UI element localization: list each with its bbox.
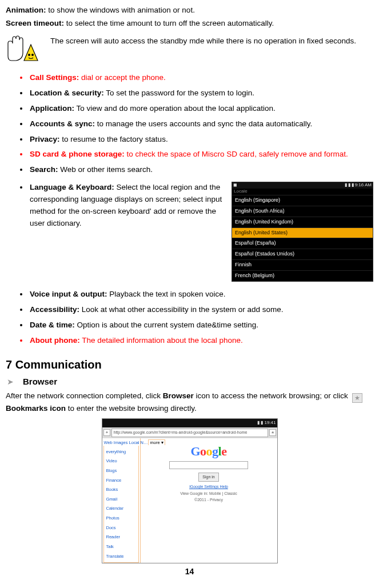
browser-status-time: 19:41 [264,419,276,426]
locale-option[interactable]: Finnish [232,260,373,271]
locale-option[interactable]: Español (España) [232,238,373,249]
browser-screenshot: ▮ ▮ 19:41 ✦ http://www.google.com/m?clie… [102,418,278,563]
browser-statusbar: ▮ ▮ 19:41 [102,419,277,427]
item-text: To set the password for the system to lo… [104,89,254,97]
locale-option[interactable]: English (South Africa) [232,206,373,217]
browser-para-pre: After the network connection completed, … [6,391,163,400]
list-item: Voice input & output: Playback the text … [29,289,373,301]
google-mobile-line: View Google in: Mobile | Classic [180,491,237,497]
google-logo: Google [190,445,226,458]
locale-screenshot: ◼ ▮ ▮ ▮ 9:16 AM Locale English (Singapor… [232,182,373,282]
list-item: Application: To view and do more operati… [29,103,373,115]
item-text: Playback the text in spoken voice. [107,290,225,298]
browser-menu-item[interactable]: Reader [104,533,138,542]
browser-menu-item[interactable]: Gmail [104,494,138,504]
locale-option[interactable]: English (United Kingdom) [232,217,373,228]
language-keyboard-row: Language & Keyboard: Select the local re… [6,182,373,282]
item-text: Look at what other accessibility in the … [79,305,283,314]
bookmarks-icon-label: Bookmarks icon [6,404,66,413]
wifi-icon: ▮ [348,183,350,188]
locale-option[interactable]: Español (Estados Unidos) [232,249,373,260]
item-text: dial or accept the phone. [79,73,166,82]
signal-icon: ▮ [257,419,260,426]
browser-menu-item[interactable]: Blogs [104,466,138,475]
item-label: Accounts & sync: [30,119,95,128]
item-label: Location & security: [30,89,104,97]
item-label: Privacy: [30,135,60,143]
browser-menu-item[interactable]: Calendar [104,504,138,514]
svg-point-0 [28,54,30,56]
item-label: Call Settings: [30,73,79,82]
list-item: Privacy: to resume to the factory status… [29,134,373,146]
standby-note: The screen will auto access the standby … [6,35,373,64]
item-label: SD card & phone storage: [30,150,125,158]
item-text: The detailed information about the local… [80,336,243,345]
browser-paragraph: After the network connection completed, … [6,390,373,415]
signin-button[interactable]: Sign in [198,473,218,482]
list-item: Date & time: Option is about the current… [29,319,373,331]
status-left-icon: ◼ [233,183,237,188]
browser-menu-item[interactable]: Video [104,457,138,466]
language-keyboard-label: Language & Keyboard: [30,183,114,191]
locale-option[interactable]: English (United States) [232,228,373,239]
bookmarks-button-icon[interactable]: ★ [269,429,276,436]
browser-subheading-row: ➤ Browser [6,375,373,389]
google-copyright: ©2011 - Privacy [194,497,223,503]
tabs-pre[interactable]: Web Images Local N… [104,440,148,445]
google-search-input[interactable] [169,461,248,469]
browser-side-menu: Web Images Local N…more ▾ everythingVide… [102,438,141,563]
bookmarks-icon: ★ [352,393,362,403]
browser-para-post: to enter the website browsing directly. [66,404,197,413]
browser-menu-item[interactable]: Books [104,485,138,495]
settings-list-2: Voice input & output: Playback the text … [6,289,373,347]
arrow-bullet-icon: ➤ [7,376,14,389]
locale-option[interactable]: English (Singapore) [232,195,373,206]
browser-url-field[interactable]: http://www.google.com/m?client=ms-androi… [111,429,268,437]
favicon-icon: ✦ [103,429,110,436]
screen-timeout-label: Screen timeout: [6,19,64,27]
browser-url-row: ✦ http://www.google.com/m?client=ms-andr… [102,427,277,438]
google-links[interactable]: iGoogle Settings Help [189,484,228,490]
page-number: 14 [6,566,373,578]
screen-timeout-text: to select the time amount to turn off th… [64,19,274,27]
browser-main: Google Sign in iGoogle Settings Help Vie… [141,438,277,563]
warning-hand-icon [6,35,39,64]
item-text: to resume to the factory status. [60,135,168,143]
browser-menu-item[interactable]: Photos [104,514,138,523]
item-text: To view and do more operation about the … [74,104,276,113]
communication-heading: 7 Communication [6,356,373,374]
language-keyboard-item: Language & Keyboard: Select the local re… [29,182,226,230]
locale-statusbar: ◼ ▮ ▮ ▮ 9:16 AM [232,182,373,189]
item-text: to check the space of Miscro SD card, sa… [125,150,348,158]
item-text: Web or other items search. [58,165,153,174]
locale-header: Locale [232,189,373,195]
browser-menu-item[interactable]: Talk [104,542,138,551]
browser-menu-item[interactable]: everything [104,447,138,457]
list-item: About phone: The detailed information ab… [29,335,373,347]
item-label: Search: [30,165,58,174]
browser-tabs: Web Images Local N…more ▾ [102,438,140,446]
animation-text: to show the windows with animation or no… [46,6,195,14]
screen-timeout-line: Screen timeout: to select the time amoun… [6,18,373,30]
status-time: 9:16 AM [355,183,372,188]
list-item: Location & security: To set the password… [29,87,373,99]
list-item: Search: Web or other items search. [29,164,373,176]
list-item: Call Settings: dial or accept the phone. [29,72,373,84]
signal-icon: ▮ [345,183,347,188]
browser-menu-item[interactable]: Docs [104,523,138,533]
battery-icon: ▮ [261,419,263,426]
locale-option[interactable]: French (Belgium) [232,271,373,281]
item-label: Voice input & output: [30,290,107,298]
animation-line: Animation: to show the windows with anim… [6,5,373,17]
browser-menu-item[interactable]: Translate [104,551,138,561]
browser-para-mid: icon to access the network browsing; or … [194,391,350,400]
browser-menu-item[interactable]: Finance [104,475,138,485]
list-item: SD card & phone storage: to check the sp… [29,149,373,161]
browser-subheading: Browser [23,375,57,388]
standby-note-text: The screen will auto access the standby … [50,35,373,47]
tabs-more[interactable]: more ▾ [148,439,165,445]
item-text: Option is about the current system date&… [75,321,258,329]
item-label: Date & time: [30,321,75,329]
battery-icon: ▮ [352,183,354,188]
svg-point-1 [31,54,34,56]
